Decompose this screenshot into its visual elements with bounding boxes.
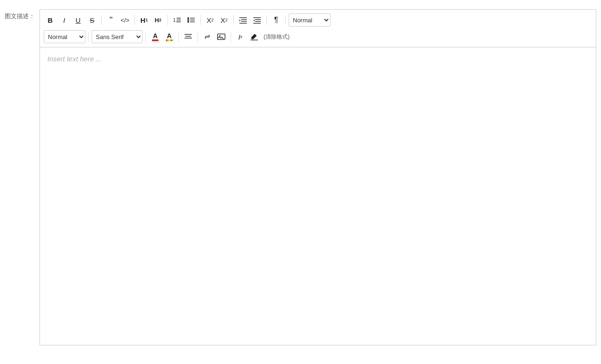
size-select[interactable]: Normal Heading 1 Heading 2 Heading 3 [44, 30, 86, 43]
svg-marker-25 [251, 34, 257, 39]
svg-point-6 [187, 21, 189, 23]
align-button[interactable] [182, 30, 195, 43]
page-wrapper: 图文描述： B I U S " </> H1 H2 1. [0, 0, 601, 355]
separator-6 [266, 15, 267, 25]
code-button[interactable]: </> [119, 13, 132, 26]
svg-marker-14 [239, 20, 241, 21]
svg-text:1.: 1. [173, 17, 177, 23]
toolbar-row-2: Normal Heading 1 Heading 2 Heading 3 San… [44, 28, 592, 45]
italic-button[interactable]: I [58, 13, 71, 26]
heading-select[interactable]: Normal Heading 1 Heading 2 Heading 3 Pre… [289, 13, 330, 26]
toolbar: B I U S " </> H1 H2 1. [40, 10, 596, 47]
underline-button[interactable]: U [72, 13, 85, 26]
separator-8 [88, 32, 89, 42]
heading2-button[interactable]: H2 [152, 13, 165, 26]
unordered-list-button[interactable] [185, 13, 198, 26]
svg-point-4 [187, 17, 189, 19]
font-highlight-button[interactable]: A [163, 30, 176, 43]
blockquote-button[interactable]: " [105, 13, 118, 26]
strikethrough-button[interactable]: S [86, 13, 99, 26]
paragraph-button[interactable]: ¶ [270, 13, 283, 26]
image-button[interactable] [215, 30, 228, 43]
link-button[interactable] [201, 30, 214, 43]
superscript-button[interactable]: X2 [218, 13, 231, 26]
separator-3 [167, 15, 168, 25]
font-color-button[interactable]: A [149, 30, 162, 43]
separator-2 [134, 15, 135, 25]
outdent-button[interactable] [251, 13, 264, 26]
separator-12 [231, 32, 231, 42]
editor-body[interactable]: Insert text here ... [40, 47, 596, 345]
svg-point-5 [187, 19, 189, 21]
indent-right-button[interactable] [237, 13, 250, 26]
clear-format-icon-button[interactable]: Ix [234, 30, 247, 43]
svg-rect-23 [218, 34, 225, 40]
separator-5 [233, 15, 234, 25]
heading1-button[interactable]: H1 [138, 13, 151, 26]
eraser-button[interactable] [248, 30, 261, 43]
toolbar-row-1: B I U S " </> H1 H2 1. [44, 12, 592, 28]
svg-marker-19 [253, 20, 255, 21]
editor-container: B I U S " </> H1 H2 1. [40, 9, 596, 345]
separator-10 [178, 32, 179, 42]
editor-placeholder: Insert text here ... [47, 55, 102, 63]
separator-1 [101, 15, 102, 25]
ordered-list-button[interactable]: 1. [171, 13, 184, 26]
bold-button[interactable]: B [44, 13, 57, 26]
subscript-button[interactable]: X2 [204, 13, 217, 26]
separator-9 [145, 32, 146, 42]
clear-format-label[interactable]: (清除格式) [262, 30, 291, 43]
separator-7 [285, 15, 286, 25]
separator-11 [198, 32, 198, 42]
separator-4 [200, 15, 201, 25]
field-label: 图文描述： [5, 9, 35, 20]
font-select[interactable]: Sans Serif Serif Monospace [92, 30, 143, 43]
